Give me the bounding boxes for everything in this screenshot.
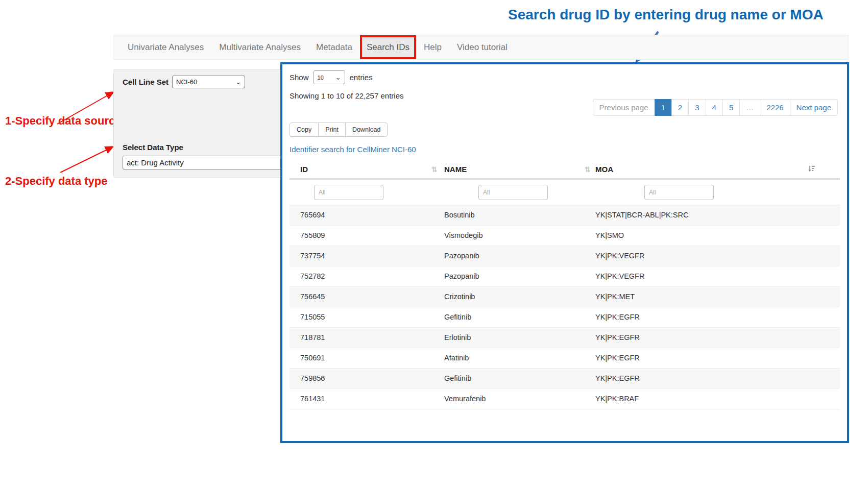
cell-id: 765694: [290, 205, 433, 225]
nav-univariate-analyses[interactable]: Univariate Analyses: [120, 35, 211, 59]
print-button[interactable]: Print: [318, 123, 346, 137]
cell-id: 761431: [290, 389, 433, 409]
table-row: 715055 Gefitinib YK|PK:EGFR: [290, 307, 840, 327]
filter-row: [290, 180, 840, 205]
cell-moa: YK|STAT|BCR-ABL|PK:SRC: [585, 205, 840, 225]
page-length-select[interactable]: 10 ⌄: [314, 70, 345, 84]
page-ellipsis: …: [739, 99, 760, 116]
table-header-row: ID NAME MOA ⇅ ⇅: [290, 161, 840, 178]
page-button-3[interactable]: 3: [688, 99, 706, 116]
cell-name: Gefitinib: [433, 369, 585, 388]
table-row: 761431 Vemurafenib YK|PK:BRAF: [290, 388, 840, 409]
page-button-5[interactable]: 5: [722, 99, 740, 116]
show-label: Show: [290, 73, 309, 82]
cell-name: Bosutinib: [433, 205, 585, 225]
cell-name: Erlotinib: [433, 328, 585, 348]
pagination: Previous page 1 2 3 4 5 … 2226 Next page: [593, 99, 838, 116]
cell-moa: YK|PK:VEGFR: [585, 246, 840, 266]
chevron-down-icon: ⌄: [335, 74, 341, 81]
sort-amount-icon[interactable]: [808, 165, 815, 174]
column-header-id[interactable]: ID: [290, 165, 433, 174]
cell-id: 718781: [290, 328, 433, 348]
cell-id: 756645: [290, 287, 433, 307]
table-row: 756645 Crizotinib YK|PK:MET: [290, 286, 840, 307]
copy-button[interactable]: Copy: [290, 123, 319, 137]
search-ids-panel: Show 10 ⌄ entries Showing 1 to 10 of 22,…: [280, 62, 849, 443]
cell-line-set-select[interactable]: NCI-60 ⌄: [172, 76, 245, 88]
id-filter-input[interactable]: [314, 185, 383, 200]
cell-moa: YK|PK:BRAF: [585, 389, 840, 409]
table-row: 755809 Vismodegib YK|SMO: [290, 225, 840, 246]
table-row: 759856 Gefitinib YK|PK:EGFR: [290, 368, 840, 388]
cell-name: Pazopanib: [433, 266, 585, 286]
nav-search-ids[interactable]: Search IDs: [360, 35, 416, 59]
previous-page-button[interactable]: Previous page: [593, 99, 655, 116]
cell-id: 759856: [290, 369, 433, 388]
moa-filter-input[interactable]: [644, 185, 714, 200]
results-table: ID NAME MOA ⇅ ⇅ 765694 Bosuti: [290, 161, 840, 409]
nav-multivariate-analyses[interactable]: Multivariate Analyses: [211, 35, 308, 59]
cell-id: 750691: [290, 348, 433, 368]
table-row: 750691 Afatinib YK|PK:EGFR: [290, 348, 840, 368]
page-button-2226[interactable]: 2226: [760, 99, 790, 116]
cell-id: 752782: [290, 266, 433, 286]
page-button-2[interactable]: 2: [671, 99, 689, 116]
export-button-group: Copy Print Download: [290, 123, 388, 137]
nav-metadata[interactable]: Metadata: [308, 35, 360, 59]
table-row: 718781 Erlotinib YK|PK:EGFR: [290, 327, 840, 348]
cell-name: Pazopanib: [433, 246, 585, 266]
cell-moa: YK|SMO: [585, 226, 840, 246]
cell-id: 715055: [290, 307, 433, 327]
cell-line-set-label: Cell Line Set: [123, 78, 168, 86]
cell-name: Crizotinib: [433, 287, 585, 307]
parameter-panel: Cell Line Set NCI-60 ⌄ Select Data Type …: [113, 69, 301, 178]
page-button-4[interactable]: 4: [706, 99, 723, 116]
cell-moa: YK|PK:EGFR: [585, 307, 840, 327]
next-page-button[interactable]: Next page: [790, 99, 838, 116]
column-header-moa[interactable]: MOA: [585, 165, 840, 174]
cell-moa: YK|PK:EGFR: [585, 348, 840, 368]
table-row: 752782 Pazopanib YK|PK:VEGFR: [290, 266, 840, 286]
cell-name: Afatinib: [433, 348, 585, 368]
chevron-down-icon: ⌄: [235, 79, 241, 85]
entries-label: entries: [350, 73, 373, 82]
table-row: 737754 Pazopanib YK|PK:VEGFR: [290, 246, 840, 266]
annotation-step2: 2-Specify data type: [5, 175, 108, 188]
sort-icon[interactable]: ⇅: [431, 165, 438, 174]
cell-name: Vemurafenib: [433, 389, 585, 409]
cell-moa: YK|PK:EGFR: [585, 369, 840, 388]
data-type-value: act: Drug Activity: [127, 158, 184, 167]
data-type-select[interactable]: act: Drug Activity ⌄: [123, 156, 293, 169]
cell-moa: YK|PK:VEGFR: [585, 266, 840, 286]
red-arrow-2: [60, 147, 112, 173]
nav-video-tutorial[interactable]: Video tutorial: [449, 35, 515, 59]
annotation-step1: 1-Specify data source: [5, 114, 121, 128]
cell-name: Gefitinib: [433, 307, 585, 327]
nav-help[interactable]: Help: [416, 35, 449, 59]
cell-name: Vismodegib: [433, 226, 585, 246]
name-filter-input[interactable]: [478, 185, 548, 200]
top-navbar: Univariate Analyses Multivariate Analyse…: [113, 35, 849, 60]
table-bottom-border: [290, 409, 840, 409]
page-length-value: 10: [318, 75, 324, 81]
cell-id: 755809: [290, 226, 433, 246]
sort-icon[interactable]: ⇅: [585, 165, 591, 174]
cell-line-set-value: NCI-60: [176, 78, 197, 86]
cell-moa: YK|PK:MET: [585, 287, 840, 307]
data-type-label: Select Data Type: [123, 143, 183, 152]
download-button[interactable]: Download: [345, 123, 388, 137]
cell-id: 737754: [290, 246, 433, 266]
cell-moa: YK|PK:EGFR: [585, 328, 840, 348]
table-row: 765694 Bosutinib YK|STAT|BCR-ABL|PK:SRC: [290, 205, 840, 225]
annotation-title: Search drug ID by entering drug name or …: [508, 7, 802, 23]
identifier-search-link[interactable]: Identifier search for CellMiner NCI-60: [290, 145, 416, 154]
column-header-name[interactable]: NAME: [433, 165, 585, 174]
page-button-1[interactable]: 1: [655, 99, 672, 116]
